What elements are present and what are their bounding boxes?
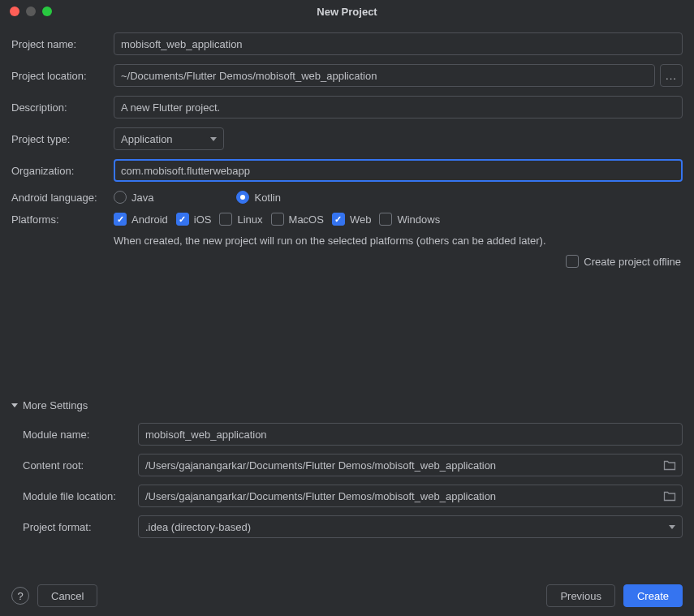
checkbox-windows[interactable]: Windows — [379, 213, 440, 226]
content-root-label: Content root: — [11, 459, 138, 472]
window-title: New Project — [8, 6, 686, 18]
checkbox-icon — [332, 213, 345, 226]
checkbox-web[interactable]: Web — [332, 213, 372, 226]
checkbox-web-label: Web — [350, 213, 372, 226]
radio-kotlin[interactable]: Kotlin — [236, 191, 281, 204]
checkbox-ios[interactable]: iOS — [176, 213, 212, 226]
chevron-down-icon — [669, 525, 675, 529]
platforms-hint: When created, the new project will run o… — [114, 235, 683, 247]
more-settings-title: More Settings — [23, 399, 88, 411]
close-window-button[interactable] — [10, 6, 19, 16]
checkbox-icon — [114, 213, 127, 226]
project-type-label: Project type: — [11, 133, 114, 145]
project-type-select[interactable]: Application — [114, 127, 224, 150]
cancel-button[interactable]: Cancel — [37, 584, 97, 607]
checkbox-icon — [219, 213, 232, 226]
browse-location-button[interactable]: ... — [660, 64, 683, 87]
android-language-label: Android language: — [11, 192, 114, 204]
chevron-down-icon — [210, 137, 217, 141]
checkbox-android-label: Android — [131, 213, 168, 226]
project-type-value: Application — [121, 133, 173, 145]
window-controls — [10, 6, 52, 16]
module-name-label: Module name: — [11, 429, 138, 441]
description-label: Description: — [11, 101, 114, 114]
project-format-select[interactable]: .idea (directory-based) — [138, 515, 683, 538]
project-location-label: Project location: — [11, 70, 114, 82]
folder-icon[interactable] — [663, 459, 676, 471]
checkbox-macos[interactable]: MacOS — [271, 213, 324, 226]
checkbox-icon — [176, 213, 189, 226]
minimize-window-button[interactable] — [26, 6, 36, 16]
dialog-footer: ? Cancel Previous Create — [0, 575, 694, 616]
checkbox-linux-label: Linux — [237, 213, 262, 226]
description-input[interactable]: A new Flutter project. — [114, 96, 683, 118]
project-name-input[interactable]: mobisoft_web_application — [114, 32, 683, 55]
previous-button[interactable]: Previous — [546, 584, 615, 607]
checkbox-create-offline[interactable]: Create project offline — [566, 255, 681, 268]
checkbox-windows-label: Windows — [397, 213, 440, 226]
organization-label: Organization: — [11, 165, 114, 177]
checkbox-icon — [566, 255, 579, 268]
project-format-label: Project format: — [11, 521, 138, 533]
radio-java[interactable]: Java — [114, 191, 153, 204]
help-button[interactable]: ? — [11, 587, 29, 605]
content-root-input[interactable]: /Users/gajanangarkar/Documents/Flutter D… — [138, 454, 683, 476]
create-button[interactable]: Create — [623, 584, 683, 607]
checkbox-icon — [379, 213, 392, 226]
radio-java-label: Java — [131, 192, 153, 204]
folder-icon[interactable] — [663, 490, 676, 502]
radio-icon — [114, 191, 127, 204]
checkbox-linux[interactable]: Linux — [219, 213, 262, 226]
module-file-location-input[interactable]: /Users/gajanangarkar/Documents/Flutter D… — [138, 485, 683, 507]
module-name-input[interactable]: mobisoft_web_application — [138, 423, 683, 446]
checkbox-ios-label: iOS — [194, 213, 212, 226]
checkbox-create-offline-label: Create project offline — [584, 256, 681, 268]
radio-icon — [236, 191, 249, 204]
project-format-value: .idea (directory-based) — [145, 521, 251, 533]
project-name-label: Project name: — [11, 38, 114, 50]
maximize-window-button[interactable] — [42, 6, 52, 16]
radio-kotlin-label: Kotlin — [254, 192, 281, 204]
checkbox-icon — [271, 213, 284, 226]
project-location-input[interactable]: ~/Documents/Flutter Demos/mobisoft_web_a… — [114, 64, 655, 87]
organization-input[interactable]: com.mobisoft.flutterwebapp — [114, 159, 683, 182]
more-settings-toggle[interactable]: More Settings — [11, 399, 683, 411]
checkbox-macos-label: MacOS — [289, 213, 324, 226]
module-file-location-label: Module file location: — [11, 490, 138, 502]
checkbox-android[interactable]: Android — [114, 213, 168, 226]
titlebar: New Project — [0, 0, 694, 23]
platforms-label: Platforms: — [11, 213, 114, 226]
chevron-down-icon — [11, 403, 18, 407]
